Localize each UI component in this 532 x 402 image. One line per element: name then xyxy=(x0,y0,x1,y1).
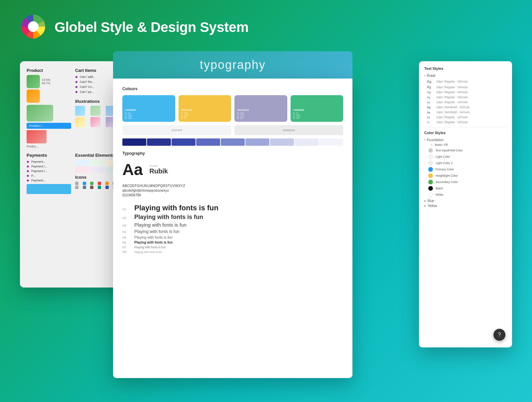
product-img-2 xyxy=(27,130,47,143)
expand-arrow-1: ▾ xyxy=(424,74,426,77)
style-desc-14s: 14px: Semibold · 14/Auto xyxy=(436,110,470,114)
essential-item-1 xyxy=(75,160,89,166)
swatch-green-rgb: R: 51G: 235B: 162 xyxy=(293,112,341,119)
payment-label-3: Payment /... xyxy=(31,169,47,173)
ag-14: Ag xyxy=(427,101,434,103)
dot-yellow xyxy=(428,173,433,178)
icon-4 xyxy=(98,182,101,185)
cart-label-2: Cart7 Re... xyxy=(80,80,94,84)
product-section: Product 23.5% 56.7% Product /... xyxy=(27,68,71,148)
header-title: Globel Style & Design System xyxy=(55,19,249,35)
payment-4: ◆ P... xyxy=(27,174,71,177)
svg-point-1 xyxy=(28,21,39,32)
h1-label: H1 xyxy=(122,208,129,211)
swatch-yellow-rgb: R: 250G: 197B: 50 xyxy=(181,112,229,119)
icon-10 xyxy=(98,186,101,189)
payment-label-2: Payment /... xyxy=(31,165,47,168)
label-green: Secondary Color xyxy=(436,180,458,184)
main-content: Product 23.5% 56.7% Product /... xyxy=(0,51,532,400)
text-style-14: Ag 14px: Regular · 14/Auto xyxy=(424,100,507,104)
basic-fill-arrow: ▾ xyxy=(431,143,432,146)
product-price-2: 56.7% xyxy=(42,82,51,85)
style-desc-16: 16px: Regular · 16/Auto xyxy=(436,96,468,99)
payment-diamond-3: ◆ xyxy=(27,169,29,173)
essential-item-5 xyxy=(90,167,105,173)
swatch-yellow-code: #F5C442 xyxy=(181,108,229,111)
h2-label: H2 xyxy=(122,216,129,220)
product-label-1: Produc... xyxy=(27,145,71,148)
help-button[interactable]: ? xyxy=(493,329,505,341)
colours-title: Colours xyxy=(122,87,343,91)
essential-item-4 xyxy=(75,167,89,173)
illus-thumb-4 xyxy=(75,117,85,127)
foundation-label: Foundation xyxy=(427,138,444,142)
color-text-input: Text inputField Color xyxy=(424,148,507,153)
color-swatches: #42B8EF R: 43G: 184B: 239 #F5C442 R: 250… xyxy=(122,95,343,122)
typography-header: typography xyxy=(113,51,352,79)
h5-label: H5 xyxy=(122,236,129,239)
payment-diamond-1: ◆ xyxy=(27,160,29,163)
basic-fill-group: ▾ Basic: Fill xyxy=(424,143,507,146)
ag-16s: Ag xyxy=(427,106,434,109)
cart-label-3: Cart7 Co... xyxy=(80,85,94,89)
cart-diamond-1: ◆ xyxy=(75,75,78,79)
font-source-label: RUBIK xyxy=(149,164,168,167)
text-style-14s: Ag 14px: Semibold · 14/Auto xyxy=(424,110,507,114)
yellow-expand-arrow: ▶ xyxy=(424,204,426,207)
ag-24: Ag xyxy=(427,85,434,89)
dot-light xyxy=(428,154,433,159)
icon-1 xyxy=(75,182,78,185)
light-swatch-1: #F2F4F6 xyxy=(122,125,231,135)
swatch-blue-code: #42B8EF xyxy=(125,108,173,111)
cart-label-4: Cart / pa... xyxy=(80,90,94,94)
product-thumb-2 xyxy=(27,90,40,103)
icon-8 xyxy=(83,186,86,189)
shade-8 xyxy=(295,138,319,146)
icon-11 xyxy=(105,186,109,189)
icon-7 xyxy=(75,186,78,189)
payment-3: ◆ Payment /... xyxy=(27,169,71,173)
product-title: Product xyxy=(27,68,71,73)
swatch-blue: #42B8EF R: 43G: 184B: 239 xyxy=(122,95,175,122)
icon-9 xyxy=(90,186,93,189)
style-desc-16s: 16px: Semibold · 16/Auto xyxy=(436,105,470,109)
h3-row: H3 Playing with fonts is fun xyxy=(122,222,343,228)
ag-12: Ag xyxy=(427,116,434,118)
style-desc-20: 20px: Regular · 20/Auto xyxy=(436,91,468,94)
color-light2: Light Color 2 xyxy=(424,161,507,165)
text-style-28: Ag 28px: Regular · 28/Auto xyxy=(424,80,507,84)
color-light: Light Color xyxy=(424,154,507,159)
foundation-group[interactable]: ▾ Foundation xyxy=(424,138,507,142)
ag-14s: Ag xyxy=(427,111,434,113)
h1-text: Playing with fonts is fun xyxy=(134,204,218,212)
text-style-10: Ag 10px: Regular · 10/Auto xyxy=(424,120,507,124)
h6-row: H6 Playing with fonts is fun xyxy=(122,241,343,244)
h4-row: H4 Playing with fonts is fun xyxy=(122,229,343,234)
h4-text: Playing with fonts is fun xyxy=(134,229,180,234)
swatch-yellow: #F5C442 R: 250G: 197B: 50 xyxy=(179,95,231,122)
product-img-1 xyxy=(27,105,53,121)
h8-label: H8 xyxy=(122,250,129,254)
payment-diamond-5: ◆ xyxy=(27,178,29,182)
center-card: Colours #42B8EF R: 43G: 184B: 239 #F5C44… xyxy=(113,79,352,378)
left-panel-card: Product 23.5% 56.7% Product /... xyxy=(20,61,126,288)
label-white: White xyxy=(436,193,443,196)
yellow-group[interactable]: ▶ Yellow xyxy=(424,204,507,208)
dot-primary xyxy=(428,167,433,172)
numerals: 0123456789 xyxy=(122,193,343,197)
dot-grey xyxy=(428,148,433,153)
h1-row: H1 Playing with fonts is fun xyxy=(122,204,343,212)
label-light: Light Color xyxy=(436,155,450,158)
cart-diamond-2: ◆ xyxy=(75,80,78,84)
h5-text: Playing with fonts is fun xyxy=(134,235,173,239)
illus-thumb-1 xyxy=(75,106,85,116)
payments-title: Payments xyxy=(27,153,71,158)
color-green: Secondary Color xyxy=(424,180,507,184)
header: Globel Style & Design System xyxy=(0,0,532,51)
payment-diamond-2: ◆ xyxy=(27,164,29,168)
swatch-grey-rgb: R: 162G: 173B: 197 xyxy=(237,112,285,119)
blue-group[interactable]: ▶ Blue xyxy=(424,199,507,203)
h3-text: Playing with fonts is fun xyxy=(134,222,187,228)
h6-label: H6 xyxy=(122,241,129,244)
h2-text: Playing with fonts is fun xyxy=(134,214,203,221)
